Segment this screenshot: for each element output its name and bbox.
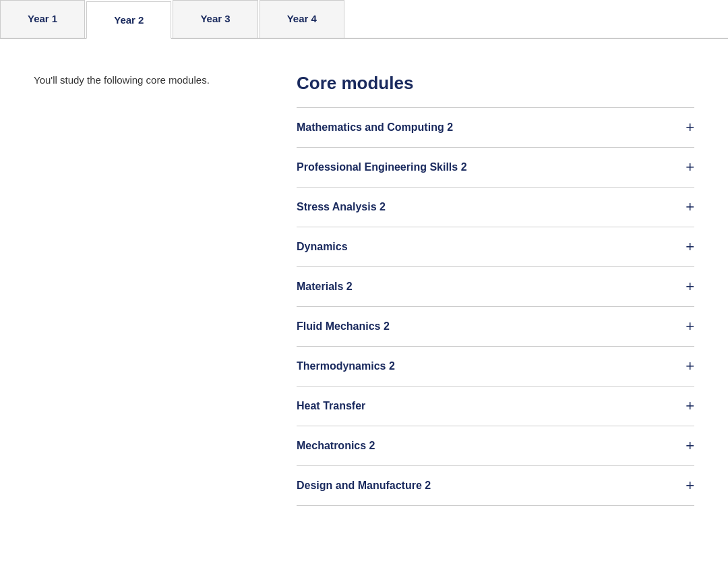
module-name: Stress Analysis 2: [297, 201, 386, 213]
module-item[interactable]: Design and Manufacture 2+: [297, 466, 694, 506]
expand-icon[interactable]: +: [686, 478, 694, 493]
module-item[interactable]: Dynamics+: [297, 227, 694, 267]
module-item[interactable]: Mechatronics 2+: [297, 426, 694, 466]
expand-icon[interactable]: +: [686, 319, 694, 334]
module-item[interactable]: Mathematics and Computing 2+: [297, 107, 694, 148]
expand-icon[interactable]: +: [686, 160, 694, 175]
module-name: Thermodynamics 2: [297, 360, 395, 372]
main-content: You'll study the following core modules.…: [0, 39, 728, 526]
expand-icon[interactable]: +: [686, 279, 694, 294]
module-item[interactable]: Heat Transfer+: [297, 387, 694, 426]
module-item[interactable]: Thermodynamics 2+: [297, 347, 694, 387]
module-item[interactable]: Professional Engineering Skills 2+: [297, 148, 694, 188]
expand-icon[interactable]: +: [686, 359, 694, 374]
expand-icon[interactable]: +: [686, 399, 694, 413]
module-item[interactable]: Materials 2+: [297, 267, 694, 307]
module-name: Heat Transfer: [297, 400, 365, 412]
left-panel: You'll study the following core modules.: [34, 73, 256, 506]
year-tabs: Year 1 Year 2 Year 3 Year 4: [0, 0, 728, 39]
tab-year1[interactable]: Year 1: [0, 0, 85, 38]
tab-year4[interactable]: Year 4: [260, 0, 344, 38]
tab-year3[interactable]: Year 3: [173, 0, 257, 38]
module-name: Professional Engineering Skills 2: [297, 161, 467, 173]
section-title: Core modules: [297, 73, 694, 94]
right-panel: Core modules Mathematics and Computing 2…: [297, 73, 694, 506]
module-name: Fluid Mechanics 2: [297, 320, 390, 333]
expand-icon[interactable]: +: [686, 239, 694, 254]
module-name: Mechatronics 2: [297, 440, 375, 452]
module-name: Materials 2: [297, 281, 353, 293]
module-item[interactable]: Fluid Mechanics 2+: [297, 307, 694, 347]
module-item[interactable]: Stress Analysis 2+: [297, 188, 694, 227]
expand-icon[interactable]: +: [686, 438, 694, 453]
expand-icon[interactable]: +: [686, 120, 694, 135]
module-name: Design and Manufacture 2: [297, 480, 431, 492]
module-name: Dynamics: [297, 241, 348, 253]
tab-year2[interactable]: Year 2: [86, 1, 171, 39]
expand-icon[interactable]: +: [686, 200, 694, 214]
module-name: Mathematics and Computing 2: [297, 121, 453, 134]
module-list: Mathematics and Computing 2+Professional…: [297, 107, 694, 506]
description-text: You'll study the following core modules.: [34, 73, 256, 88]
